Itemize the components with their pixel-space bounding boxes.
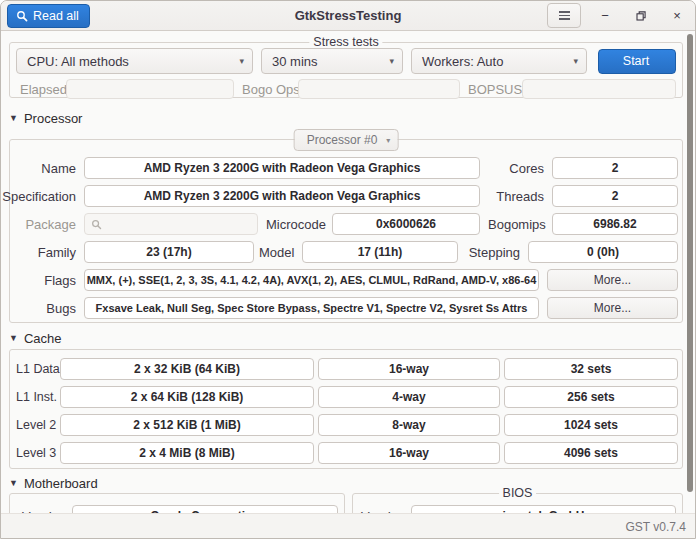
search-icon [91, 219, 102, 230]
cache-expander[interactable]: ▼ Cache [9, 330, 695, 346]
cache-frame: L1 Data 2 x 32 KiB (64 KiB) 16-way 32 se… [9, 349, 683, 469]
name-label: Name [16, 161, 76, 176]
microcode-field[interactable]: 0x6000626 [332, 213, 480, 235]
hamburger-icon [559, 11, 570, 20]
bogomips-field[interactable]: 6986.82 [552, 213, 678, 235]
bopsust-field [522, 79, 676, 99]
cache-ways-field[interactable]: 16-way [318, 442, 500, 464]
cache-row-level2: Level 2 2 x 512 KiB (1 MiB) 8-way 1024 s… [16, 414, 678, 436]
bugs-field[interactable]: Fxsave Leak, Null Seg, Spec Store Bypass… [84, 297, 539, 319]
cache-size-field[interactable]: 2 x 64 KiB (128 KiB) [60, 386, 314, 408]
bopsust-label: BOPSUST [468, 82, 516, 97]
start-label: Start [623, 54, 649, 68]
cache-row-label: Level 2 [16, 418, 60, 432]
read-all-button[interactable]: Read all [7, 4, 90, 28]
bios-frame: BIOS Vendor innotek GmbH [352, 493, 683, 513]
stress-workers-combo[interactable]: Workers: Auto ▾ [411, 48, 587, 74]
stress-method-combo[interactable]: CPU: All methods ▾ [16, 48, 253, 74]
stress-method-value: CPU: All methods [27, 54, 129, 69]
processor-flags-row: Flags MMX, (+), SSE(1, 2, 3, 3S, 4.1, 4.… [16, 269, 678, 291]
bios-vendor-label: Vendor [361, 509, 405, 514]
family-label: Family [16, 245, 76, 260]
motherboard-frames: Vendor Oracle Corporation BIOS Vendor in… [9, 493, 683, 513]
cache-size-field[interactable]: 2 x 32 KiB (64 KiB) [60, 358, 314, 380]
scrollbar-thumb[interactable] [687, 34, 693, 492]
elapsed-field [66, 79, 234, 99]
processor-expander[interactable]: ▼ Processor [9, 110, 695, 126]
stress-results-row: Elapsed Bogo Ops BOPSUST [16, 79, 676, 99]
statusbar: GST v0.7.4 [1, 513, 695, 539]
chevron-down-icon: ▾ [389, 56, 394, 66]
cache-sets-field[interactable]: 256 sets [504, 386, 678, 408]
processor-selector-button[interactable]: Processor #0 ▾ [294, 129, 399, 151]
cache-sets-field[interactable]: 32 sets [504, 358, 678, 380]
cache-size-field[interactable]: 2 x 4 MiB (8 MiB) [60, 442, 314, 464]
bogo-ops-label: Bogo Ops [242, 82, 292, 97]
processor-family-row: Family 23 (17h) Model 17 (11h) Stepping … [16, 241, 678, 263]
bugs-more-button[interactable]: More... [547, 297, 678, 319]
flags-label: Flags [16, 273, 76, 288]
cache-ways-field[interactable]: 4-way [318, 386, 500, 408]
bios-vendor-field[interactable]: innotek GmbH [411, 505, 676, 513]
headerbar: GtkStressTesting Read all − × [1, 1, 695, 31]
stepping-label: Stepping [466, 245, 520, 260]
cache-ways-field[interactable]: 16-way [318, 358, 500, 380]
expander-arrow-icon: ▼ [9, 113, 18, 123]
stress-duration-combo[interactable]: 30 mins ▾ [261, 48, 403, 74]
cache-row-l1-data: L1 Data 2 x 32 KiB (64 KiB) 16-way 32 se… [16, 358, 678, 380]
expander-arrow-icon: ▼ [9, 478, 18, 488]
cache-ways-field[interactable]: 8-way [318, 414, 500, 436]
processor-bugs-row: Bugs Fxsave Leak, Null Seg, Spec Store B… [16, 297, 678, 319]
menu-button[interactable] [547, 3, 581, 28]
start-button[interactable]: Start [598, 49, 676, 74]
processor-spec-row: Specification AMD Ryzen 3 2200G with Rad… [16, 185, 678, 207]
restore-icon [635, 10, 647, 22]
flags-field[interactable]: MMX, (+), SSE(1, 2, 3, 3S, 4.1, 4.2, 4A)… [84, 269, 539, 291]
main-content: Stress tests CPU: All methods ▾ 30 mins … [1, 31, 695, 513]
cores-label: Cores [488, 161, 544, 176]
microcode-label: Microcode [266, 217, 324, 232]
app-version-label: GST v0.7.4 [626, 520, 686, 534]
scrollbar-track[interactable] [683, 31, 695, 513]
cache-row-label: L1 Data [16, 362, 60, 376]
flags-more-button[interactable]: More... [547, 269, 678, 291]
threads-field[interactable]: 2 [552, 185, 678, 207]
bios-vendor-row: Vendor innotek GmbH [359, 505, 676, 513]
package-label: Package [16, 217, 76, 232]
window-controls: − × [547, 3, 695, 29]
processor-frame: Processor #0 ▾ Name AMD Ryzen 3 2200G wi… [9, 139, 683, 323]
cache-row-label: Level 3 [16, 446, 60, 460]
cache-section-label: Cache [24, 331, 62, 346]
processor-package-row: Package Microcode 0x6000626 Bogomips 698… [16, 213, 678, 235]
package-search-field [84, 213, 258, 235]
bogo-ops-field [298, 79, 460, 99]
cache-row-label: L1 Inst. [16, 390, 60, 404]
motherboard-info-frame: Vendor Oracle Corporation [9, 493, 345, 513]
cache-sets-field[interactable]: 1024 sets [504, 414, 678, 436]
read-all-label: Read all [33, 9, 79, 23]
motherboard-vendor-row: Vendor Oracle Corporation [16, 505, 338, 513]
cache-sets-field[interactable]: 4096 sets [504, 442, 678, 464]
search-icon [16, 10, 28, 22]
cores-field[interactable]: 2 [552, 157, 678, 179]
minimize-icon: − [601, 8, 609, 23]
model-field[interactable]: 17 (11h) [302, 241, 458, 263]
restore-button[interactable] [629, 3, 653, 29]
processor-section-label: Processor [24, 111, 83, 126]
minimize-button[interactable]: − [593, 3, 617, 29]
name-field[interactable]: AMD Ryzen 3 2200G with Radeon Vega Graph… [84, 157, 480, 179]
stress-duration-value: 30 mins [272, 54, 318, 69]
bogomips-label: Bogomips [488, 217, 544, 232]
motherboard-expander[interactable]: ▼ Motherboard [9, 475, 695, 491]
specification-field[interactable]: AMD Ryzen 3 2200G with Radeon Vega Graph… [84, 185, 480, 207]
family-field[interactable]: 23 (17h) [84, 241, 254, 263]
cache-size-field[interactable]: 2 x 512 KiB (1 MiB) [60, 414, 314, 436]
chevron-down-icon: ▾ [386, 136, 390, 145]
chevron-down-icon: ▾ [239, 56, 244, 66]
mb-vendor-field[interactable]: Oracle Corporation [72, 505, 338, 513]
close-icon: × [673, 8, 681, 23]
stress-workers-value: Workers: Auto [422, 54, 503, 69]
mb-vendor-label: Vendor [22, 509, 68, 514]
close-button[interactable]: × [665, 3, 689, 29]
stepping-field[interactable]: 0 (0h) [528, 241, 678, 263]
